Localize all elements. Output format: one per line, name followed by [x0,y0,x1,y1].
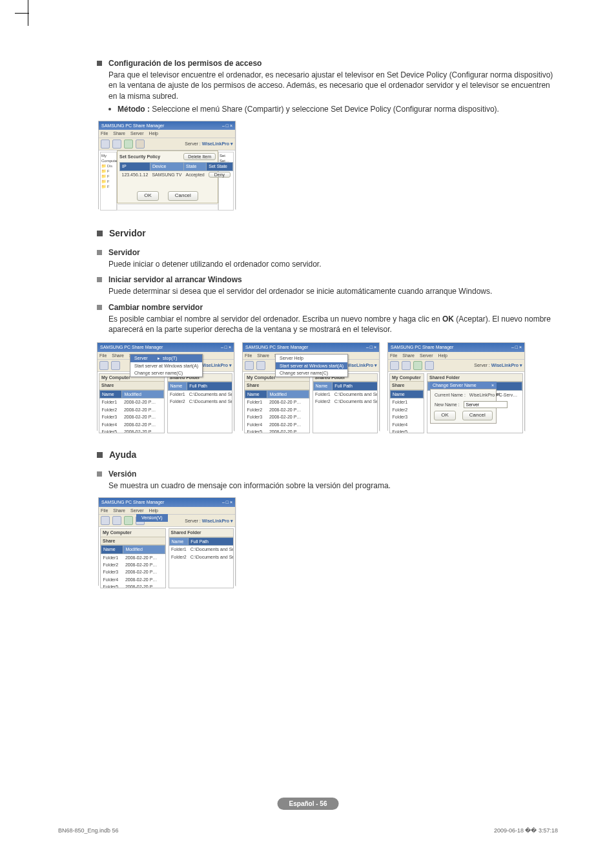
menu-item[interactable]: Start server at Windows start(A) [130,362,202,369]
col-name[interactable]: Name [313,382,333,390]
list-item[interactable]: Folder52008-02-20 P… [101,583,165,588]
col-name[interactable]: Name [101,546,123,553]
list-item[interactable]: Folder2C:\Documents and Set… [313,398,378,405]
share-folder-icon[interactable] [101,139,110,149]
col-ip[interactable]: IP [120,163,150,170]
table-row[interactable]: 123.456.1.12 SAMSUNG TV Accepted Deny [120,170,233,178]
menu-share[interactable]: Share [402,353,415,358]
server-value[interactable]: WiseLinkPro ▾ [201,363,232,367]
menu-item[interactable]: Change server name(C) [276,369,347,377]
unshare-folder-icon[interactable] [402,361,411,370]
col-name[interactable]: Name [245,390,267,398]
unshare-folder-icon[interactable] [256,361,265,370]
menu-item-selected[interactable]: Start server at Windows start(A) [276,362,347,369]
list-item[interactable]: Folder42008-02-20 P… [101,576,165,583]
list-item[interactable]: Folder22008-02-20 P… [100,406,164,413]
menu-file[interactable]: File [390,353,397,358]
new-name-input[interactable] [464,401,508,408]
list-item[interactable]: Folder52008-02-20 P… [100,428,164,433]
list-item[interactable]: Folder5 [391,428,424,433]
list-item[interactable]: Folder52008-02-20 P… [245,428,309,433]
window-controls-icon[interactable]: – □ × [222,499,232,505]
menubar[interactable]: File Share Server Help [99,507,235,515]
col-device[interactable]: Device [150,163,183,170]
server-value[interactable]: WiseLinkPro ▾ [202,519,233,523]
refresh-icon[interactable] [124,139,133,149]
menu-help[interactable]: Help [438,353,447,358]
share-folder-icon[interactable] [99,361,108,370]
settings-icon[interactable] [136,139,145,149]
list-item[interactable]: Folder2C:\Documents and Set… [169,553,234,561]
refresh-icon[interactable] [413,361,422,370]
menu-server[interactable]: Server [130,130,144,136]
menubar[interactable]: File Share Server Help [388,352,524,360]
col-modified[interactable]: Modified [122,390,163,398]
menu-file[interactable]: File [99,353,107,358]
menu-file[interactable]: File [101,508,108,513]
menubar[interactable]: File Share Server Help [99,130,235,138]
list-item[interactable]: Folder3 [391,413,424,420]
list-item[interactable]: Folder22008-02-20 P… [245,406,309,413]
ok-button[interactable]: OK [434,411,456,420]
col-setstate[interactable]: Set State [207,163,232,170]
help-menu-highlight[interactable]: Version(V) [136,514,168,521]
list-item[interactable]: Folder4 [391,421,424,428]
list-item[interactable]: Folder42008-02-20 P… [100,421,164,428]
menu-share[interactable]: Share [112,353,124,358]
server-value[interactable]: WiseLinkPro ▾ [491,363,522,367]
window-controls-icon[interactable]: – □ × [366,344,376,350]
col-path[interactable]: Full Path [187,382,232,390]
menu-help[interactable]: Help [149,508,158,513]
ok-button[interactable]: OK [137,191,159,201]
settings-icon[interactable] [425,361,434,370]
share-folder-icon[interactable] [245,361,254,370]
col-path[interactable]: Full Path [333,382,378,390]
window-controls-icon[interactable]: – □ × [222,123,232,129]
list-item[interactable]: Folder22008-02-20 P… [101,561,165,568]
list-item[interactable]: Folder2 [391,406,424,413]
list-item[interactable]: Folder32008-02-20 P… [245,413,309,420]
col-name[interactable]: Name [168,382,187,390]
col-modified[interactable]: Modified [267,390,309,398]
server-value[interactable]: WiseLinkPro ▾ [346,363,377,367]
window-controls-icon[interactable]: – □ × [511,344,522,350]
list-item[interactable]: Folder12008-02-20 P… [245,398,309,406]
server-context-menu[interactable]: Server Help Start server at Windows star… [275,354,348,377]
cancel-button[interactable]: Cancel [168,191,198,201]
share-folder-icon[interactable] [101,516,110,525]
unshare-folder-icon[interactable] [112,516,121,525]
col-path[interactable]: Full Path [189,537,234,545]
menu-item[interactable]: Change server name(C) [130,369,202,377]
cancel-button[interactable]: Cancel [462,411,493,420]
menu-item[interactable]: Server Help [276,355,347,362]
deny-button[interactable]: Deny [209,172,231,178]
delete-item-button[interactable]: Delete Item [183,153,216,160]
col-name[interactable]: Name [169,537,189,545]
menu-share[interactable]: Share [257,353,269,358]
list-item[interactable]: Folder32008-02-20 P… [100,413,164,420]
list-item[interactable]: Folder12008-02-20 P… [101,553,165,561]
col-state[interactable]: State [184,163,207,170]
list-item[interactable]: Folder12008-02-20 P… [100,398,164,406]
unshare-folder-icon[interactable] [111,361,120,370]
menu-item-selected[interactable]: Server ▸ stop(T) [130,355,202,362]
menu-file[interactable]: File [101,130,108,136]
refresh-icon[interactable] [124,516,133,525]
col-name[interactable]: Name [100,390,122,398]
menu-file[interactable]: File [245,353,252,358]
menu-server[interactable]: Server [130,508,144,513]
list-item[interactable]: Folder32008-02-20 P… [101,568,165,575]
server-value[interactable]: WiseLinkPro ▾ [202,141,233,146]
list-item[interactable]: Folder42008-02-20 P… [245,421,309,428]
menu-server[interactable]: Server [420,353,433,358]
menu-help[interactable]: Help [149,130,158,136]
col-modified[interactable]: Modified [123,546,165,553]
col-name[interactable]: Name [391,390,424,398]
window-controls-icon[interactable]: – □ × [221,344,231,350]
server-context-menu[interactable]: Server ▸ stop(T) Start server at Windows… [130,354,203,377]
list-item[interactable]: Folder2C:\Documents and Set… [168,398,232,405]
share-folder-icon[interactable] [390,361,399,370]
menu-share[interactable]: Share [113,130,125,136]
menu-share[interactable]: Share [113,508,125,513]
list-item[interactable]: Folder1 [391,398,424,406]
